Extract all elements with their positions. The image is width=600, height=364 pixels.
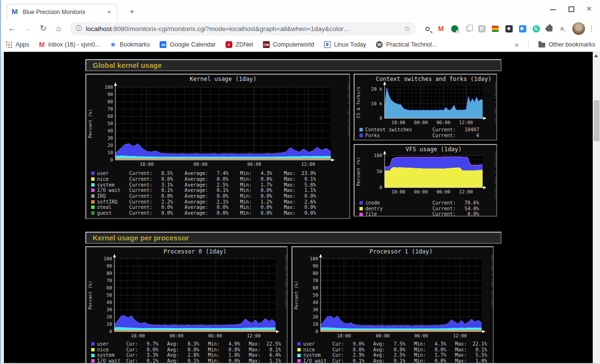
bookmarks-overflow-chevron[interactable]: » — [515, 41, 519, 48]
svg-text:20: 20 — [313, 314, 319, 319]
svg-text:00:00: 00:00 — [414, 120, 428, 125]
new-tab-button[interactable] — [126, 6, 138, 17]
computerworld-icon: CW — [263, 41, 270, 48]
legend-row-system: system Cur: 2.9% Avg: 2.5% Min: 1.7% Max… — [297, 352, 493, 358]
playlist-icon[interactable]: ≡ — [559, 24, 568, 33]
window-close-button[interactable] — [586, 6, 593, 13]
legend-color-swatch — [359, 128, 363, 131]
legend-color-swatch — [91, 200, 95, 204]
window-minimize-button[interactable] — [550, 6, 556, 13]
svg-text:0: 0 — [109, 329, 112, 334]
legend-row-system: system Current: 3.1% Average: 2.5% Min: … — [91, 182, 349, 188]
bookmark-practical-technol[interactable]: WPractical Technol... — [376, 41, 437, 48]
url-host: localhost — [86, 25, 112, 32]
page-scrollbar[interactable] — [593, 52, 600, 363]
svg-text:RRDTOOL / TOBI OETIKER: RRDTOOL / TOBI OETIKER — [284, 255, 287, 307]
graph-vfs-usage[interactable]: 05010018:0000:0006:0012:00VFS usage (1da… — [354, 144, 497, 217]
browser-menu-icon[interactable]: ⋮ — [588, 24, 595, 33]
svg-text:Kernel usage (1day): Kernel usage (1day) — [190, 76, 256, 82]
legend-row-irq: IRQ Current: 0.0% Average: 0.0% Min: 0.0… — [91, 193, 349, 199]
book-stack-icon[interactable] — [491, 24, 500, 33]
legend-row-dentry: dentry Current: 54.0% — [359, 206, 496, 212]
svg-text:30: 30 — [108, 135, 114, 141]
bookmark-zdnet[interactable]: ZZDNet — [226, 41, 253, 48]
bookmarks-separator — [528, 41, 529, 48]
svg-text:06:00: 06:00 — [247, 161, 261, 167]
bookmark-star-icon[interactable]: ☆ — [404, 24, 410, 33]
tab-close-icon[interactable] — [105, 8, 113, 16]
bookmark-label: Practical Technol... — [386, 41, 437, 48]
svg-text:Percent (%): Percent (%) — [88, 281, 93, 310]
graph-processor-0[interactable]: 010203040506070809010018:0000:0006:0012:… — [85, 246, 288, 363]
home-button[interactable]: ⌂ — [52, 22, 65, 35]
svg-text:10: 10 — [313, 321, 319, 327]
legend-color-swatch — [91, 194, 95, 198]
browser-titlebar: MM Blue Precision Monitorix — [1, 0, 600, 19]
legend-row-guest: guest Current: 0.0% Average: 0.0% Min: 0… — [91, 210, 349, 216]
back-button[interactable]: ← — [6, 22, 18, 35]
graph-processor-1[interactable]: 010203040506070809010018:0000:0006:0012:… — [292, 246, 494, 363]
svg-text:RRDTOOL / TOBI OETIKER: RRDTOOL / TOBI OETIKER — [494, 152, 496, 199]
grammarly-icon[interactable]: G — [532, 24, 540, 33]
svg-text:RRDTOOL / TOBI OETIKER: RRDTOOL / TOBI OETIKER — [490, 255, 493, 307]
legend-row-softirq: softIRQ Current: 2.2% Average: 2.1% Min:… — [91, 199, 349, 205]
svg-text:12:00: 12:00 — [301, 161, 315, 167]
svg-text:12:00: 12:00 — [247, 333, 261, 338]
bookmark-bookmarks[interactable]: ★Bookmarks — [110, 40, 150, 49]
legend-text: guest Current: 0.0% Average: 0.0% Min: 0… — [97, 210, 316, 216]
section-global-kernel-usage: Global kernel usage 01020304050607080901… — [85, 59, 502, 219]
address-bar[interactable]: ⓘ localhost:8080/monitorix-cgi/monitorix… — [70, 22, 416, 35]
extensions-puzzle-icon[interactable] — [545, 24, 554, 33]
legend-row-nice: nice Cur: 0.0% Avg: 0.0% Min: 0.0% Max: … — [91, 347, 287, 353]
gmail-icon[interactable]: M — [437, 24, 445, 33]
svg-text:50: 50 — [313, 292, 319, 298]
bookmark-inbox-16-sjvn0[interactable]: MInbox (16) - sjvn0... — [39, 41, 100, 48]
graph-kernel-usage[interactable]: 010203040506070809010018:0000:0006:0012:… — [85, 74, 350, 219]
graph-context-switches[interactable]: 010 k20 k18:0000:0006:0012:00Context swi… — [354, 74, 497, 141]
forward-button[interactable]: → — [21, 22, 34, 35]
svg-text:RRDTOOL / TOBI OETIKER: RRDTOOL / TOBI OETIKER — [494, 82, 496, 126]
profile-avatar[interactable] — [572, 22, 585, 35]
scrollbar-up-arrow[interactable] — [594, 54, 598, 57]
legend-color-swatch — [91, 189, 95, 192]
legend-color-swatch — [91, 206, 95, 209]
meet-camera-icon[interactable] — [518, 24, 527, 33]
copy-pages-icon[interactable] — [464, 24, 472, 33]
svg-text:100: 100 — [104, 256, 112, 261]
svg-text:40: 40 — [313, 300, 319, 305]
bookmark-apps[interactable]: Apps — [6, 41, 30, 48]
pocket-icon[interactable] — [504, 24, 513, 33]
legend-text: dentry Current: 54.0% — [365, 206, 479, 212]
reload-button[interactable]: ↻ — [37, 22, 49, 35]
url-text: localhost:8080/monitorix-cgi/monitorix.c… — [86, 25, 400, 32]
legend-color-swatch — [297, 359, 301, 363]
search-icon[interactable] — [423, 24, 432, 33]
svg-text:12:00: 12:00 — [459, 120, 473, 125]
scrollbar-thumb[interactable] — [594, 100, 600, 141]
other-bookmarks-button[interactable]: Other bookmarks — [538, 41, 595, 48]
legend-text: softIRQ Current: 2.2% Average: 2.1% Min:… — [97, 199, 316, 205]
window-maximize-button[interactable] — [568, 6, 575, 13]
legend-row-system: system Cur: 3.3% Avg: 2.8% Min: 1.8% Max… — [91, 352, 287, 358]
bookmark-label: Linux Today — [334, 41, 367, 48]
bookmark-google-calendar[interactable]: 28Google Calendar — [160, 41, 216, 48]
bookmark-computerworld[interactable]: CWComputerworld — [263, 41, 314, 48]
browser-tab[interactable]: MM Blue Precision Monitorix — [7, 4, 117, 19]
legend-row-forks: Forks Current: 4 — [359, 133, 496, 139]
legend-text: inode Current: 70.6% — [365, 200, 479, 206]
svg-text:Processor 1 (1day): Processor 1 (1day) — [370, 248, 433, 255]
svg-text:50: 50 — [107, 292, 113, 298]
legend-text: Context switches Current: 10407 — [365, 127, 479, 133]
svg-text:CS & forks/s: CS & forks/s — [356, 86, 361, 118]
monitorix-page: Global kernel usage 01020304050607080901… — [1, 52, 600, 363]
svg-text:0: 0 — [315, 329, 318, 334]
legend-row-nice: nice Cur: 0.0% Avg: 0.0% Min: 0.0% Max: … — [297, 347, 493, 353]
section-kernel-per-processor: Kernel usage per processor 0102030405060… — [85, 232, 502, 363]
page-info-icon[interactable]: ⓘ — [76, 24, 82, 33]
r-extension-icon[interactable]: R — [477, 24, 486, 33]
svg-text:60: 60 — [313, 285, 319, 290]
svg-text:80: 80 — [107, 270, 113, 276]
google-voice-icon[interactable] — [450, 24, 459, 33]
bookmark-linux-today[interactable]: ltLinux Today — [324, 41, 367, 48]
svg-text:18:00: 18:00 — [337, 333, 351, 338]
